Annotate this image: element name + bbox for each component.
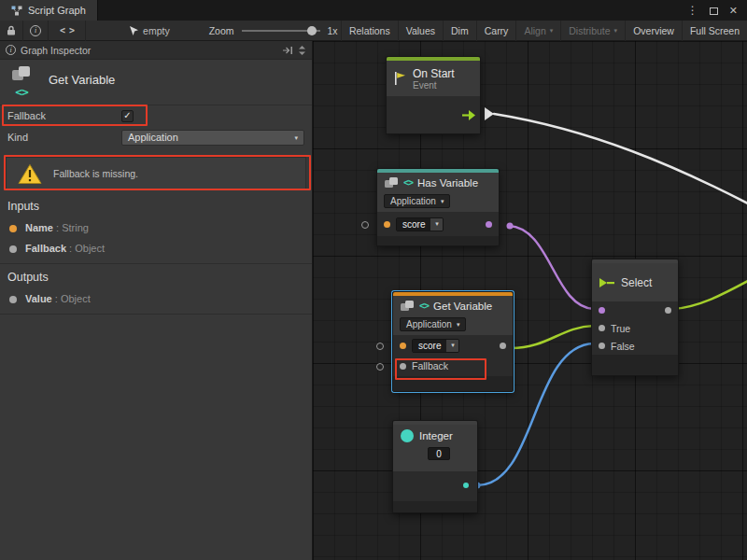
field-value: score: [413, 340, 446, 352]
node-title: Integer: [419, 430, 453, 441]
script-graph-window: Script Graph ⋮ ✕ i < > empty Zoom 1x Rel…: [0, 0, 747, 560]
empty-port-ring[interactable]: [361, 221, 369, 229]
chevron-down-icon: ▾: [446, 340, 458, 352]
output-value-row: Value : Object: [0, 291, 312, 308]
node-title: Has Variable: [417, 177, 478, 189]
integer-output-port[interactable]: [463, 483, 469, 488]
flow-output-port[interactable]: [461, 108, 476, 125]
integer-value-field[interactable]: 0: [428, 447, 450, 460]
scope-dropdown[interactable]: Application ▾: [400, 317, 466, 331]
node-title: Select: [621, 276, 652, 289]
false-port-label: False: [611, 341, 635, 352]
node-body: True False: [592, 301, 678, 355]
values-button[interactable]: Values: [398, 21, 443, 41]
bool-output-port[interactable]: [486, 221, 492, 228]
selection-output-port[interactable]: [665, 307, 671, 314]
port-row-false: False: [592, 337, 678, 355]
node-title: On Start: [413, 67, 455, 80]
node-footer: [393, 501, 477, 512]
check-icon: ✓: [123, 111, 131, 120]
zoom-slider[interactable]: [242, 30, 320, 32]
maximize-icon[interactable]: [710, 2, 718, 19]
chevron-down-icon: ▾: [550, 27, 554, 34]
connection-wires: [313, 41, 747, 560]
scope-dropdown[interactable]: Application ▾: [384, 194, 450, 208]
lock-button[interactable]: [0, 21, 23, 41]
string-input-port[interactable]: [384, 221, 390, 228]
align-button: Align▾: [515, 21, 560, 41]
value-output-port[interactable]: [500, 343, 506, 349]
fallback-input-port[interactable]: [400, 363, 406, 370]
input-fallback-row: Fallback : Object: [0, 241, 312, 258]
tab-script-graph[interactable]: Script Graph: [0, 0, 98, 21]
flow-port-triangle: [485, 107, 494, 120]
empty-port-ring[interactable]: [376, 343, 384, 350]
dock-arrow-icon[interactable]: [282, 46, 293, 55]
variables-icon: [11, 65, 32, 81]
node-integer[interactable]: Integer 0: [392, 420, 478, 513]
object-port-icon: [9, 296, 17, 303]
window-controls: ⋮ ✕: [687, 0, 747, 21]
inspect-button[interactable]: i: [23, 21, 49, 41]
relations-button[interactable]: Relations: [341, 21, 398, 41]
node-select[interactable]: Select True False: [591, 259, 679, 376]
fullscreen-button[interactable]: Full Screen: [682, 21, 747, 41]
zoom-label: Zoom: [209, 25, 234, 36]
wire-flow-onstart: [494, 114, 747, 203]
port-row-name: score ▾: [393, 335, 513, 356]
false-input-port[interactable]: [599, 343, 605, 349]
overview-button[interactable]: Overview: [625, 21, 682, 41]
string-input-port[interactable]: [400, 343, 406, 349]
scroll-arrows-icon[interactable]: [298, 45, 306, 56]
true-port-label: True: [611, 323, 630, 334]
empty-port-ring[interactable]: [376, 363, 384, 371]
node-on-start[interactable]: On Start Event: [386, 56, 481, 134]
chevron-down-icon: ▾: [457, 321, 460, 328]
warning-box: Fallback is missing.: [6, 157, 306, 190]
close-icon[interactable]: ✕: [729, 5, 738, 17]
condition-input-port[interactable]: [599, 307, 605, 314]
node-footer: [592, 355, 678, 375]
node-get-variable[interactable]: <> Get Variable Application ▾ score ▾: [392, 291, 514, 392]
port-type: : Object: [69, 243, 105, 254]
port-name: Fallback: [25, 243, 66, 254]
port-row-true: True: [592, 319, 678, 337]
graph-canvas[interactable]: On Start Event <> Has Variable: [313, 41, 747, 560]
zoom-slider-handle[interactable]: [307, 26, 317, 35]
node-title: Get Variable: [433, 301, 492, 312]
carry-button[interactable]: Carry: [476, 21, 516, 41]
selection-indicator: empty: [129, 25, 170, 36]
window-title: Script Graph: [28, 5, 86, 16]
node-has-variable[interactable]: <> Has Variable Application ▾ score ▾: [376, 168, 500, 246]
variable-name-field[interactable]: score ▾: [412, 339, 459, 353]
wire-endpoint-bool: [507, 223, 514, 230]
dim-button[interactable]: Dim: [443, 21, 476, 41]
code-teal-icon: <>: [403, 177, 413, 188]
node-header: <> Has Variable Application ▾: [377, 173, 499, 212]
port-type: : Object: [55, 293, 91, 304]
titlebar: Script Graph ⋮ ✕: [0, 0, 747, 21]
fallback-toggle-row: Fallback ✓: [0, 105, 312, 126]
kind-dropdown[interactable]: Application ▾: [121, 130, 304, 146]
scope-value: Application: [406, 319, 452, 329]
string-port-icon: [9, 225, 17, 232]
flag-icon: [393, 71, 407, 86]
select-icon: [599, 276, 615, 289]
node-body: [393, 471, 477, 501]
inspector-title: Graph Inspector: [21, 45, 91, 56]
graph-inspector-panel: i Graph Inspector <> Get Variable Fallba…: [0, 41, 313, 560]
node-subtitle: Event: [413, 80, 455, 91]
node-footer: [393, 376, 513, 391]
wire-bool-hasvariable-select: [509, 226, 594, 309]
chevron-down-icon: ▾: [614, 27, 618, 34]
selection-label: empty: [143, 25, 170, 36]
true-input-port[interactable]: [599, 325, 605, 331]
variable-name-field[interactable]: score ▾: [396, 217, 444, 231]
port-name: Name: [25, 222, 53, 233]
code-view-button[interactable]: < >: [49, 21, 86, 41]
distribute-button: Distribute▾: [560, 21, 625, 41]
graph-toolbar: i < > empty Zoom 1x Relations Values Dim…: [0, 21, 747, 41]
fallback-checkbox[interactable]: ✓: [121, 110, 134, 122]
menu-kebab-icon[interactable]: ⋮: [687, 5, 698, 16]
chevron-down-icon: ▾: [294, 134, 298, 141]
